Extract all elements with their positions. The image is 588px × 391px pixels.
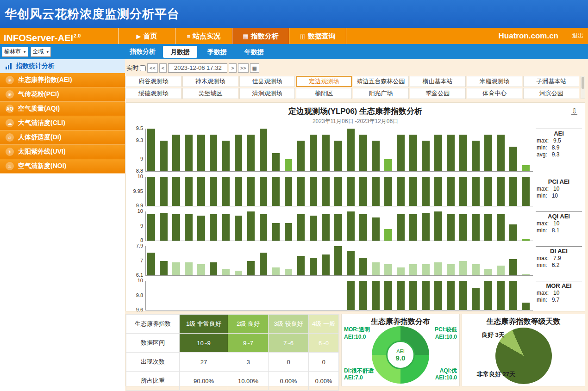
prev-button[interactable]: <	[159, 63, 167, 73]
calendar-icon[interactable]: ▦	[250, 63, 259, 73]
datetime-input[interactable]: 2023-12-06 17:32	[168, 63, 227, 73]
sidebar-item-index-stats[interactable]: 指数统计分析	[0, 59, 125, 73]
row-label-cell: 出现次数	[126, 353, 180, 372]
bar	[260, 253, 268, 275]
bar	[359, 177, 367, 206]
distribution-label: DI:很不舒适AEI:7.0	[344, 367, 374, 382]
bar	[509, 281, 517, 310]
nav-item-index-analysis[interactable]: ▦指数分析	[232, 28, 289, 44]
station-button[interactable]: 米脂观测场	[467, 76, 523, 87]
bar	[422, 264, 430, 276]
station-button[interactable]: 季鸾公园	[410, 88, 466, 99]
station-button[interactable]: 神木观测场	[182, 76, 238, 87]
chart-plot	[145, 246, 533, 276]
bar	[235, 216, 243, 241]
subheader-title: 指数分析	[130, 48, 156, 56]
scrollbar-thumb[interactable]	[582, 77, 584, 89]
stations-scrollbar[interactable]	[581, 76, 585, 99]
station-button[interactable]: 子洲基本站	[523, 76, 579, 87]
sidebar-item-di[interactable]: ☺人体舒适度(DI)	[0, 130, 125, 145]
bar	[384, 229, 392, 241]
station-selector: 府谷观测场神木观测场佳县观测场定边观测场靖边五台森林公园横山基本站米脂观测场子洲…	[125, 76, 585, 99]
bar	[297, 214, 305, 241]
bar	[322, 214, 330, 241]
bar	[409, 281, 417, 310]
bar	[434, 262, 442, 275]
bar	[372, 177, 380, 206]
value-cell: 0	[309, 353, 339, 372]
sidebar-item-noi[interactable]: ♨空气清新度(NOI)	[0, 159, 125, 174]
bar	[459, 214, 467, 241]
tab-quarter[interactable]: 季数据	[200, 46, 234, 58]
bar	[434, 281, 442, 310]
station-button[interactable]: 府谷观测场	[125, 76, 181, 87]
chart-info-title: PCI AEI	[536, 177, 582, 185]
bar	[347, 177, 355, 206]
bar	[322, 254, 330, 276]
tab-month[interactable]: 月数据	[163, 46, 197, 58]
bar	[272, 223, 280, 241]
bar	[522, 165, 530, 171]
station-button[interactable]: 绥德观测场	[125, 88, 181, 99]
bar	[197, 216, 205, 241]
y-tick-label: 9	[140, 223, 143, 229]
nav-item-home[interactable]: ▶首页	[118, 28, 175, 44]
station-button[interactable]: 靖边五台森林公园	[353, 76, 409, 87]
sidebar-item-aqi[interactable]: AQ空气质量(AQI)	[0, 102, 125, 116]
station-button[interactable]: 横山基本站	[410, 76, 466, 87]
chart-info: PCI AEImax: 10min: 10	[533, 177, 585, 206]
sidebar-item-aei[interactable]: ✳生态康养指数(AEI)	[0, 73, 125, 87]
nav-label: 指数分析	[251, 32, 279, 40]
noi-icon: ♨	[6, 162, 14, 170]
station-button[interactable]: 榆阳区	[296, 88, 352, 99]
tab-year[interactable]: 年数据	[237, 46, 271, 58]
bar	[497, 214, 505, 241]
bar	[272, 267, 280, 276]
bar	[260, 214, 268, 241]
value-cell: 10.00%	[228, 372, 269, 391]
bar	[310, 258, 318, 276]
value-cell: 90.00%	[180, 372, 228, 391]
station-button[interactable]: 河滨公园	[523, 88, 579, 99]
logout-link[interactable]: 退出	[572, 28, 583, 44]
area-select[interactable]: 全域 ▾	[31, 47, 51, 57]
city-select[interactable]: 榆林市 ▾	[2, 47, 28, 57]
chart-info-max: max: 7.9	[536, 255, 585, 261]
chart-info: AQI AEImax: 10min: 8.1	[533, 211, 585, 241]
page-title: 华创风云花粉浓度监测分析平台	[0, 0, 588, 22]
bar	[497, 281, 505, 310]
station-button[interactable]: 吴堡城区	[182, 88, 238, 99]
next-fast-button[interactable]: >>	[238, 63, 249, 73]
sidebar-item-cli[interactable]: ☁大气清洁度(CLI)	[0, 116, 125, 130]
bar	[509, 177, 517, 206]
realtime-checkbox[interactable]	[140, 65, 146, 71]
pci-icon: ❀	[6, 90, 14, 99]
distribution-panel: 生态康养指数分布 AEI 9.0 MOR:透明AEI:10.0PCI:较低AEI…	[341, 314, 460, 386]
bar	[372, 281, 380, 310]
next-button[interactable]: >	[229, 63, 236, 73]
station-button[interactable]: 佳县观测场	[239, 76, 295, 87]
nav-item-station-live[interactable]: ≡站点实况	[175, 28, 232, 44]
sidebar-item-pci[interactable]: ❀气传花粉(PCI)	[0, 87, 125, 102]
bar	[397, 135, 405, 171]
nav-item-data-query[interactable]: ◫数据查询	[289, 28, 346, 44]
sidebar-item-uvi[interactable]: ☀太阳紫外线(UVI)	[0, 145, 125, 159]
station-button[interactable]: 阳光广场	[353, 88, 409, 99]
station-button[interactable]: 定边观测场	[296, 76, 352, 87]
station-button[interactable]: 清涧观测场	[239, 88, 295, 99]
bar	[422, 213, 430, 241]
bar	[297, 177, 305, 206]
download-icon[interactable]: ⇩	[571, 107, 577, 115]
prev-fast-button[interactable]: <<	[147, 63, 158, 73]
sidebar-item-label: 空气清新度(NOI)	[18, 162, 66, 170]
row-label-cell: 所占比重	[126, 372, 180, 391]
bar	[247, 177, 255, 206]
bar	[235, 271, 243, 276]
time-controls: 实时 << < 2023-12-06 17:32 > >> ▦	[126, 62, 585, 74]
sidebar: 指数统计分析 ✳生态康养指数(AEI)❀气传花粉(PCI)AQ空气质量(AQI)…	[0, 59, 125, 391]
bar	[160, 261, 168, 276]
aei-icon: ✳	[6, 76, 14, 84]
uvi-icon: ☀	[6, 148, 14, 156]
station-button[interactable]: 体育中心	[467, 88, 523, 99]
brand-link[interactable]: Huatron.com.cn	[499, 28, 558, 44]
